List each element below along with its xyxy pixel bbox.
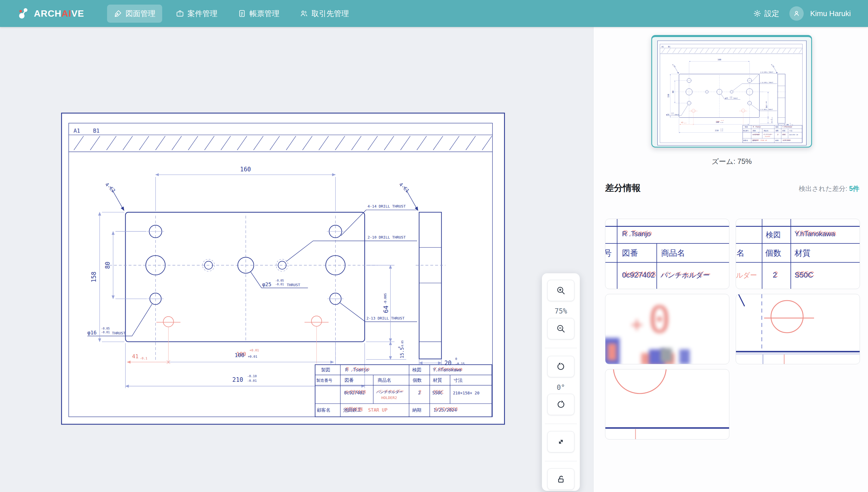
rotate-cw-icon xyxy=(556,400,566,409)
canvas-toolbar: 75% 0° xyxy=(542,273,580,491)
thumbnail-zoom-caption: ズーム: 75% xyxy=(651,157,812,166)
person-icon xyxy=(793,10,800,17)
drawing-canvas[interactable] xyxy=(0,27,593,492)
app-logo[interactable]: ARCHAIVE xyxy=(18,7,84,20)
diff-count: 検出された差分: 5件 xyxy=(799,184,860,193)
nav-item-clients[interactable]: 取引先管理 xyxy=(293,5,356,23)
avatar xyxy=(789,6,804,21)
zoom-in-button[interactable] xyxy=(547,280,574,301)
user-menu[interactable]: Kimu Haruki xyxy=(789,6,851,21)
diff-sidebar: ズーム: 75% 差分情報 検出された差分: 5件 R .TsanjoR .Ts… xyxy=(593,27,868,492)
rotate-ccw-icon xyxy=(556,362,566,371)
drawing-thumbnail[interactable] xyxy=(651,35,812,148)
diff-item-4[interactable] xyxy=(736,294,860,364)
cad-drawing-main xyxy=(61,113,505,425)
cad-drawing-thumbnail xyxy=(657,41,807,146)
diff-item-1[interactable]: R .TsanjoR .Tsanjo 番号 図番 商品名 0c927402dc9… xyxy=(605,219,729,289)
rotate-ccw-button[interactable] xyxy=(547,356,574,377)
fullscreen-button[interactable] xyxy=(547,431,574,452)
briefcase-icon xyxy=(176,9,184,18)
pen-nib-icon xyxy=(114,9,122,18)
diff-crop-circle xyxy=(736,294,860,364)
zoom-out-icon xyxy=(556,324,566,333)
gear-icon xyxy=(753,9,761,18)
user-name: Kimu Haruki xyxy=(810,9,851,18)
lock-button[interactable] xyxy=(547,468,574,490)
app-header: ARCHAIVE 図面管理 案件管理 帳票管理 xyxy=(0,0,868,27)
zoom-out-button[interactable] xyxy=(547,318,574,339)
logo-text: ARCHAIVE xyxy=(34,8,84,19)
zoom-level-label: 75% xyxy=(542,307,580,315)
nav-label: 取引先管理 xyxy=(312,8,349,19)
users-icon xyxy=(300,9,308,18)
logo-icon xyxy=(18,7,30,20)
diff-item-5[interactable] xyxy=(605,369,729,440)
diff-item-3[interactable]: + 0 xyxy=(605,294,729,364)
main-nav: 図面管理 案件管理 帳票管理 取引先管理 xyxy=(107,5,356,23)
nav-item-drawings[interactable]: 図面管理 xyxy=(107,5,162,23)
diff-crop-arc xyxy=(605,369,729,440)
nav-label: 案件管理 xyxy=(188,8,217,19)
document-icon xyxy=(238,9,246,18)
settings-button[interactable]: 設定 xyxy=(753,8,779,19)
nav-item-projects[interactable]: 案件管理 xyxy=(169,5,224,23)
rotation-label: 0° xyxy=(542,384,580,392)
diff-info-title: 差分情報 xyxy=(605,182,641,194)
nav-label: 帳票管理 xyxy=(249,8,279,19)
settings-label: 設定 xyxy=(764,8,779,19)
unlock-icon xyxy=(556,474,566,484)
nav-item-reports[interactable]: 帳票管理 xyxy=(231,5,286,23)
diff-item-2[interactable]: 検図 Y.hTanokawaY.hTanokawa 名 個数 材質 ルダー 22… xyxy=(736,219,860,289)
expand-icon xyxy=(556,437,566,446)
rotate-cw-button[interactable] xyxy=(547,394,574,415)
zoom-in-icon xyxy=(556,286,566,295)
nav-label: 図面管理 xyxy=(125,8,155,19)
diff-count-value: 5件 xyxy=(849,185,860,192)
